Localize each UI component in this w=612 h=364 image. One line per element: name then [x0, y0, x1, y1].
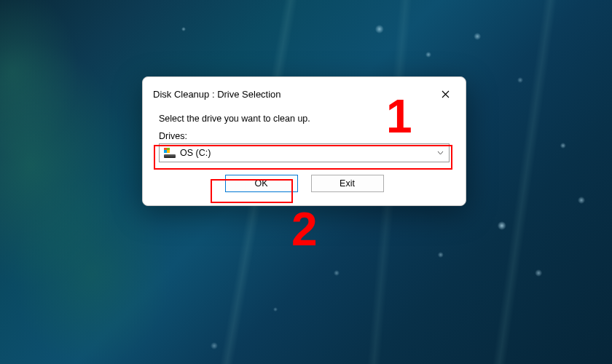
exit-button[interactable]: Exit	[311, 175, 384, 192]
button-row: OK Exit	[159, 175, 450, 192]
close-button[interactable]	[434, 84, 457, 103]
close-icon	[442, 90, 450, 98]
ok-button-label: OK	[254, 178, 267, 189]
drive-select[interactable]: OS (C:)	[159, 143, 450, 162]
disk-cleanup-dialog: Disk Cleanup : Drive Selection Select th…	[142, 76, 466, 206]
dialog-title: Disk Cleanup : Drive Selection	[153, 89, 281, 100]
ok-button[interactable]: OK	[225, 175, 298, 192]
drives-label: Drives:	[159, 131, 450, 141]
drive-icon	[164, 148, 176, 159]
chevron-down-icon	[436, 149, 444, 157]
dialog-content: Select the drive you want to clean up. D…	[143, 107, 466, 205]
instruction-text: Select the drive you want to clean up.	[159, 114, 450, 124]
exit-button-label: Exit	[340, 178, 355, 189]
titlebar: Disk Cleanup : Drive Selection	[143, 77, 466, 107]
selected-drive-text: OS (C:)	[180, 148, 431, 158]
